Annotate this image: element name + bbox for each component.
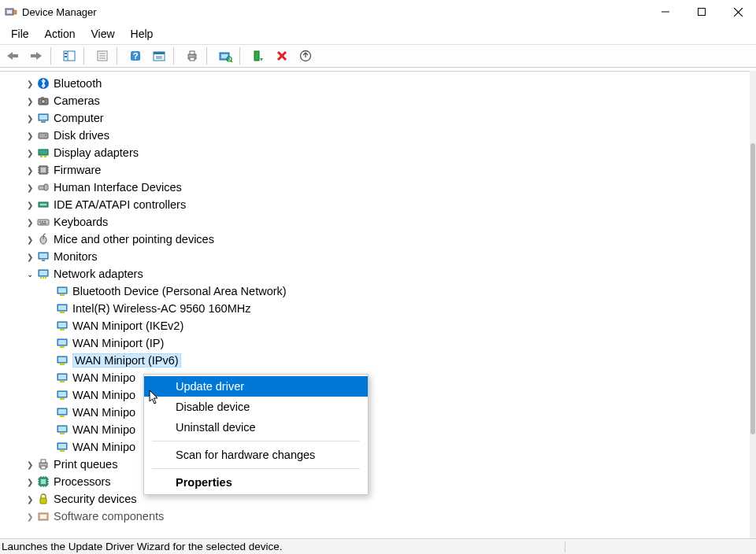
tree-node-ide[interactable]: ❯ IDE ATA/ATAPI controllers	[0, 196, 756, 213]
svg-rect-103	[41, 460, 46, 463]
tree-node-wan-ikev2[interactable]: WAN Miniport (IKEv2)	[0, 317, 756, 334]
chevron-right-icon[interactable]: ❯	[24, 233, 36, 246]
update-driver-button[interactable]	[295, 46, 317, 66]
svg-rect-98	[60, 433, 65, 434]
ctx-scan[interactable]: Scan for hardware changes	[144, 445, 368, 465]
menu-file[interactable]: File	[3, 25, 37, 42]
ctx-separator	[152, 441, 360, 441]
print-button[interactable]	[181, 46, 203, 66]
tree-node-intel-wifi[interactable]: Intel(R) Wireless-AC 9560 160MHz	[0, 300, 756, 317]
chevron-right-icon[interactable]: ❯	[24, 146, 36, 159]
uninstall-device-button[interactable]	[271, 46, 293, 66]
title-bar: Device Manager	[0, 0, 756, 24]
chevron-right-icon[interactable]: ❯	[24, 94, 36, 107]
tree-label: Disk drives	[54, 129, 109, 142]
svg-line-28	[231, 61, 232, 62]
chevron-right-icon[interactable]: ❯	[24, 493, 36, 505]
status-text: Launches the Update Driver Wizard for th…	[2, 541, 282, 552]
svg-rect-22	[190, 51, 195, 54]
action-button[interactable]	[148, 46, 170, 66]
chevron-right-icon[interactable]: ❯	[24, 250, 36, 263]
back-button[interactable]	[2, 46, 24, 66]
ctx-update-driver[interactable]: Update driver	[144, 376, 368, 397]
chevron-right-icon[interactable]: ❯	[24, 475, 36, 488]
svg-text:?: ?	[133, 51, 139, 61]
minimize-button[interactable]	[647, 0, 684, 24]
tree-node-cameras[interactable]: ❯ Cameras	[0, 92, 756, 109]
tree-label: Bluetooth	[54, 77, 102, 90]
tree-node-keyboards[interactable]: ❯ Keyboards	[0, 213, 756, 231]
svg-rect-94	[58, 409, 66, 414]
svg-rect-4	[699, 9, 706, 16]
tree-node-processors[interactable]: ❯ Processors	[0, 473, 756, 490]
toolbar-separator	[173, 47, 178, 65]
svg-rect-68	[39, 271, 47, 275]
svg-rect-83	[60, 346, 65, 348]
menu-view[interactable]: View	[83, 25, 122, 42]
menu-help[interactable]: Help	[123, 25, 161, 42]
tree-node-bluetooth[interactable]: ❯ Bluetooth	[0, 75, 756, 92]
chevron-right-icon[interactable]: ❯	[24, 216, 36, 228]
tree-node-print-queues[interactable]: ❯ Print queues	[0, 456, 756, 473]
tree-node-bt-pan[interactable]: Bluetooth Device (Personal Area Network)	[0, 283, 756, 300]
svg-rect-56	[40, 204, 46, 205]
svg-rect-23	[190, 57, 195, 61]
ctx-uninstall-device[interactable]: Uninstall device	[144, 417, 368, 438]
bluetooth-icon	[36, 76, 50, 90]
tree-node-wan-ipv6-selected[interactable]: WAN Miniport (IPv6)	[0, 352, 756, 369]
monitor-icon	[36, 249, 50, 264]
tree-node-wan-truncated[interactable]: WAN Minipo	[0, 369, 756, 386]
close-button[interactable]	[720, 0, 756, 24]
tree-node-mice[interactable]: ❯ Mice and other pointing devices	[0, 231, 756, 248]
svg-rect-40	[39, 133, 48, 138]
tree-node-software-components[interactable]: ❯ Software components	[0, 508, 756, 525]
tree-node-wan-truncated[interactable]: WAN Minipo	[0, 386, 756, 404]
device-tree[interactable]: ❯ Bluetooth ❯ Cameras ❯ Computer ❯ Disk …	[0, 72, 756, 525]
software-icon	[36, 509, 50, 523]
toolbar: ?	[0, 44, 756, 68]
menu-action[interactable]: Action	[37, 25, 83, 42]
ctx-disable-device[interactable]: Disable device	[144, 397, 368, 417]
help-button[interactable]: ?	[124, 46, 146, 66]
chevron-right-icon[interactable]: ❯	[24, 198, 36, 211]
tree-node-wan-truncated[interactable]: WAN Minipo	[0, 438, 756, 456]
chevron-right-icon[interactable]: ❯	[24, 458, 36, 471]
tree-node-wan-truncated[interactable]: WAN Minipo	[0, 421, 756, 438]
network-adapter-icon	[55, 423, 69, 437]
forward-button[interactable]	[25, 46, 47, 66]
tree-node-wan-truncated[interactable]: WAN Minipo	[0, 404, 756, 421]
scan-button[interactable]	[214, 46, 236, 66]
network-adapter-icon	[55, 388, 69, 402]
chevron-right-icon[interactable]: ❯	[24, 77, 36, 90]
svg-rect-95	[60, 416, 65, 417]
chevron-down-icon[interactable]: ⌄	[24, 268, 36, 280]
ctx-properties[interactable]: Properties	[144, 472, 368, 493]
scrollbar-thumb[interactable]	[750, 143, 755, 434]
mouse-icon	[36, 232, 50, 246]
tree-node-computer[interactable]: ❯ Computer	[0, 109, 756, 127]
tree-node-display-adapters[interactable]: ❯ Display adapters	[0, 144, 756, 161]
tree-node-disk-drives[interactable]: ❯ Disk drives	[0, 127, 756, 144]
status-separator	[565, 541, 565, 552]
maximize-button[interactable]	[684, 0, 720, 24]
show-hide-tree-button[interactable]	[58, 46, 80, 66]
svg-rect-74	[60, 294, 65, 296]
enable-device-button[interactable]	[247, 46, 269, 66]
tree-label: WAN Miniport (IKEv2)	[72, 319, 183, 332]
tree-node-security-devices[interactable]: ❯ Security devices	[0, 490, 756, 508]
chevron-right-icon[interactable]: ❯	[24, 181, 36, 194]
tree-node-wan-ip[interactable]: WAN Miniport (IP)	[0, 334, 756, 352]
properties-button[interactable]	[91, 46, 113, 66]
tree-node-firmware[interactable]: ❯ Firmware	[0, 161, 756, 179]
tree-node-hid[interactable]: ❯ Human Interface Devices	[0, 179, 756, 196]
svg-rect-85	[58, 357, 66, 362]
tree-node-network-adapters[interactable]: ⌄ Network adapters	[0, 265, 756, 283]
tree-label: Software components	[54, 510, 164, 523]
chevron-right-icon[interactable]: ❯	[24, 164, 36, 176]
tree-label: Intel(R) Wireless-AC 9560 160MHz	[72, 302, 250, 315]
chevron-right-icon[interactable]: ❯	[24, 510, 36, 523]
chevron-right-icon[interactable]: ❯	[24, 129, 36, 142]
tree-node-monitors[interactable]: ❯ Monitors	[0, 248, 756, 265]
chevron-right-icon[interactable]: ❯	[24, 112, 36, 124]
vertical-scrollbar[interactable]	[750, 71, 756, 538]
